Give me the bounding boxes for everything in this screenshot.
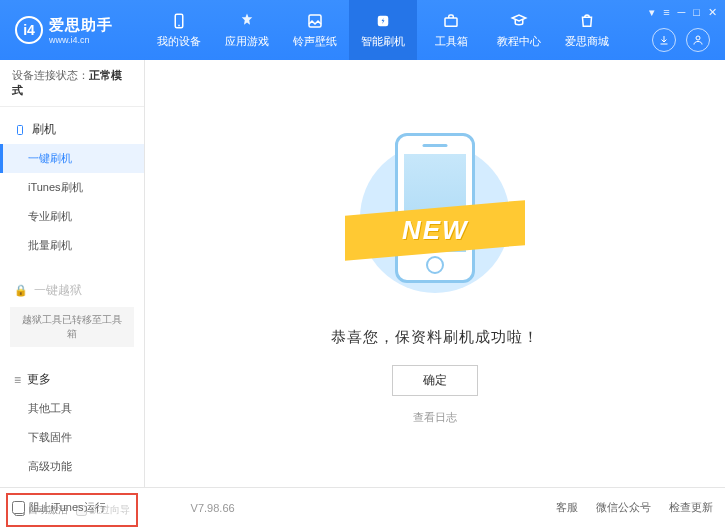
jailbreak-note: 越狱工具已转移至工具箱: [10, 307, 134, 347]
nav-my-device[interactable]: 我的设备: [145, 0, 213, 60]
svg-point-5: [696, 36, 700, 40]
nav-ringtones[interactable]: 铃声壁纸: [281, 0, 349, 60]
app-url: www.i4.cn: [49, 35, 113, 45]
svg-rect-6: [18, 125, 23, 134]
logo-area: i4 爱思助手 www.i4.cn: [0, 16, 145, 45]
app-header: i4 爱思助手 www.i4.cn 我的设备 应用游戏 铃声壁纸 智能刷机 工具…: [0, 0, 725, 60]
menu-icon[interactable]: ▾: [649, 6, 655, 19]
sidebar-advanced[interactable]: 高级功能: [0, 452, 144, 481]
app-title: 爱思助手: [49, 16, 113, 35]
tutorial-icon: [509, 11, 529, 31]
settings-icon[interactable]: ≡: [663, 6, 669, 19]
user-button[interactable]: [686, 28, 710, 52]
sidebar: 设备连接状态：正常模式 刷机 一键刷机 iTunes刷机 专业刷机 批量刷机 🔒…: [0, 60, 145, 487]
sidebar-download-firmware[interactable]: 下载固件: [0, 423, 144, 452]
store-icon: [577, 11, 597, 31]
nav-toolbox[interactable]: 工具箱: [417, 0, 485, 60]
version-label: V7.98.66: [191, 502, 235, 514]
footer-support[interactable]: 客服: [556, 500, 578, 515]
sidebar-one-click-flash[interactable]: 一键刷机: [0, 144, 144, 173]
success-illustration: NEW: [355, 123, 515, 313]
sidebar-itunes-flash[interactable]: iTunes刷机: [0, 173, 144, 202]
minimize-icon[interactable]: ─: [678, 6, 686, 19]
window-controls: ▾ ≡ ─ □ ✕: [649, 6, 717, 19]
success-message: 恭喜您，保资料刷机成功啦！: [331, 328, 539, 347]
apps-icon: [237, 11, 257, 31]
main-content: NEW 恭喜您，保资料刷机成功啦！ 确定 查看日志: [145, 60, 725, 487]
section-jailbreak: 🔒 一键越狱: [0, 276, 144, 305]
confirm-button[interactable]: 确定: [392, 365, 478, 396]
nav-flash[interactable]: 智能刷机: [349, 0, 417, 60]
maximize-icon[interactable]: □: [693, 6, 700, 19]
section-more[interactable]: ≡ 更多: [0, 365, 144, 394]
toolbox-icon: [441, 11, 461, 31]
footer-check-update[interactable]: 检查更新: [669, 500, 713, 515]
phone-icon: [14, 124, 26, 136]
sidebar-pro-flash[interactable]: 专业刷机: [0, 202, 144, 231]
block-itunes-checkbox[interactable]: 阻止iTunes运行: [12, 500, 106, 515]
nav-apps[interactable]: 应用游戏: [213, 0, 281, 60]
nav-store[interactable]: 爱思商城: [553, 0, 621, 60]
logo-icon: i4: [15, 16, 43, 44]
download-button[interactable]: [652, 28, 676, 52]
close-icon[interactable]: ✕: [708, 6, 717, 19]
sidebar-other-tools[interactable]: 其他工具: [0, 394, 144, 423]
flash-icon: [373, 11, 393, 31]
lock-icon: 🔒: [14, 284, 28, 297]
phone-icon: [169, 11, 189, 31]
sidebar-batch-flash[interactable]: 批量刷机: [0, 231, 144, 260]
section-flash[interactable]: 刷机: [0, 115, 144, 144]
main-nav: 我的设备 应用游戏 铃声壁纸 智能刷机 工具箱 教程中心 爱思商城: [145, 0, 621, 60]
svg-rect-4: [445, 18, 457, 26]
more-icon: ≡: [14, 373, 21, 387]
footer-wechat[interactable]: 微信公众号: [596, 500, 651, 515]
wallpaper-icon: [305, 11, 325, 31]
nav-tutorials[interactable]: 教程中心: [485, 0, 553, 60]
view-log-link[interactable]: 查看日志: [413, 410, 457, 425]
device-status: 设备连接状态：正常模式: [0, 60, 144, 107]
svg-rect-2: [309, 15, 321, 27]
